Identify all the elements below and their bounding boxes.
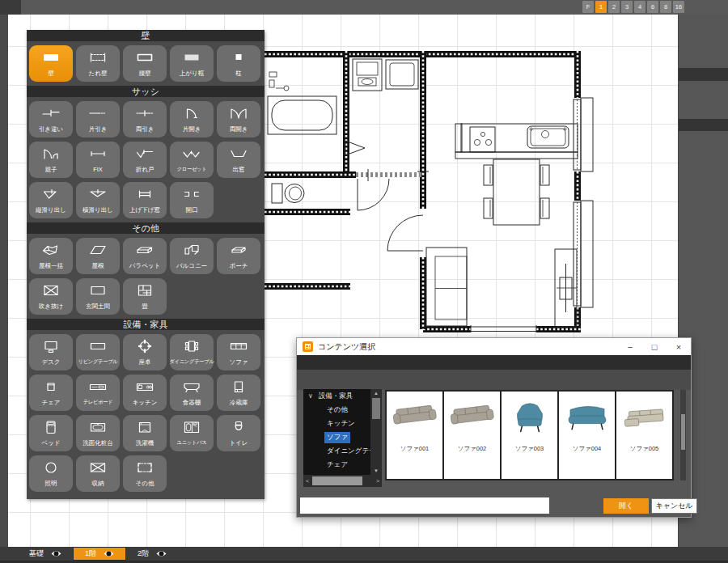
palette-button-roof-batch[interactable]: 屋根一括	[29, 238, 73, 274]
palette-button-vertical-casement[interactable]: 縦滑り出し	[29, 182, 73, 218]
content-select-dialog: コンテンツ選択 − □ × ∨設備・家具その他キッチンソファダイニングテーチェア…	[296, 337, 692, 518]
product-card-ソファ002[interactable]: ソファ002	[444, 392, 500, 479]
palette-button-entrance-step[interactable]: 上がり框	[170, 45, 214, 82]
palette-button-double-hung[interactable]: 上げ下げ窓	[123, 182, 167, 218]
palette-button-fix-window[interactable]: FIX	[76, 142, 120, 178]
palette-button-hanging-wall[interactable]: たれ壁	[76, 45, 120, 82]
palette-button-porch[interactable]: ポーチ	[217, 238, 260, 274]
tree-horizontal-scrollbar[interactable]: < >	[303, 475, 382, 487]
minimize-button[interactable]: −	[618, 338, 642, 355]
floor-tab-label: 2階	[138, 548, 149, 559]
product-card-ソファ004[interactable]: ソファ004	[559, 392, 615, 479]
palette-button-vanity[interactable]: 洗面化粧台	[76, 415, 120, 451]
scrollbar-thumb[interactable]	[312, 476, 362, 485]
palette-button-dining-table[interactable]: ダイニングテーブル	[170, 334, 214, 370]
palette-button-sliding-window[interactable]: 引き違い	[29, 101, 73, 138]
palette-button-bay-window[interactable]: 出窓	[217, 142, 260, 178]
tree-item-ソファ[interactable]: ソファ	[303, 430, 370, 444]
palette-button-closet-door[interactable]: クローゼット	[170, 142, 214, 178]
palette-button-wall[interactable]: 壁	[29, 45, 73, 82]
tree-item-その他[interactable]: その他	[303, 403, 370, 417]
scale-button-3[interactable]: 3	[621, 1, 633, 13]
floor-tab-2階[interactable]: 2階	[126, 547, 178, 561]
palette-button-entrance-floor[interactable]: 玄関土間	[76, 278, 120, 315]
palette-button-fridge[interactable]: 冷蔵庫	[217, 375, 260, 411]
palette-button-label: 柱	[235, 70, 242, 78]
palette-button-cupboard[interactable]: 食器棚	[170, 375, 214, 411]
palette-button-desk[interactable]: デスク	[29, 334, 73, 370]
product-card-ソファ005[interactable]: ソファ005	[616, 392, 672, 479]
palette-button-sofa[interactable]: ソファ	[217, 334, 260, 370]
scrollbar-thumb[interactable]	[681, 414, 685, 450]
list-vertical-scrollbar[interactable]	[680, 390, 686, 480]
scroll-down-icon[interactable]: ▼	[370, 467, 382, 475]
tree-vertical-scrollbar[interactable]: ▲ ▼	[370, 389, 382, 475]
palette-button-label: 屋根	[92, 262, 104, 270]
palette-button-tatami[interactable]: 畳	[123, 278, 167, 315]
visibility-eye-icon[interactable]	[156, 550, 167, 557]
palette-button-bed[interactable]: ベッド	[29, 415, 73, 451]
visibility-eye-icon[interactable]	[51, 550, 61, 557]
filter-input[interactable]	[300, 497, 549, 514]
palette-button-opening[interactable]: 開口	[170, 182, 214, 218]
single-swing-icon	[181, 101, 202, 125]
palette-button-toilet[interactable]: トイレ	[217, 415, 260, 451]
floor-tab-1階[interactable]: 1階	[73, 547, 126, 561]
scale-button-1[interactable]: 1	[595, 1, 607, 13]
palette-button-unit-bath[interactable]: ユニットバス	[170, 415, 214, 451]
floor-tab-基礎[interactable]: 基礎	[18, 547, 73, 561]
cancel-button[interactable]: キャンセル	[651, 498, 697, 514]
scale-button-16[interactable]: 16	[673, 1, 684, 13]
dialog-title-bar[interactable]: コンテンツ選択 − □ ×	[297, 338, 691, 355]
palette-button-light[interactable]: 照明	[29, 455, 73, 492]
palette-button-waist-wall[interactable]: 腰壁	[123, 45, 167, 82]
palette-button-double-slide[interactable]: 両引き	[123, 101, 167, 138]
scale-button-2[interactable]: 2	[608, 1, 620, 13]
scale-button-8[interactable]: 8	[660, 1, 671, 13]
palette-button-chair[interactable]: チェア	[29, 375, 73, 411]
tree-item-キッチン[interactable]: キッチン	[303, 417, 370, 430]
palette-button-horizontal-casement[interactable]: 横滑り出し	[76, 182, 120, 218]
open-button[interactable]: 開く	[603, 498, 649, 514]
scale-button-4[interactable]: 4	[634, 1, 645, 13]
tree-item-チェア[interactable]: チェア	[303, 458, 370, 472]
palette-button-parapet[interactable]: パラペット	[123, 238, 167, 274]
tree-item-label: ソファ	[324, 432, 350, 443]
scroll-right-icon[interactable]: >	[374, 475, 382, 487]
waist-wall-icon	[134, 45, 155, 69]
palette-button-pillar[interactable]: 柱	[217, 45, 260, 82]
palette-button-low-table[interactable]: 座卓	[123, 334, 167, 370]
visibility-eye-icon[interactable]	[104, 550, 114, 557]
palette-button-other[interactable]: その他	[123, 455, 167, 492]
palette-button-void[interactable]: 吹き抜け	[29, 278, 73, 315]
palette-button-tv-board[interactable]: テレビボード	[76, 375, 120, 411]
palette-button-living-table[interactable]: リビングテーブル	[76, 334, 120, 370]
maximize-button[interactable]: □	[642, 338, 667, 355]
tree-item-label: その他	[324, 404, 350, 416]
product-label: ソファ005	[630, 445, 659, 453]
scale-button-6[interactable]: 6	[647, 1, 658, 13]
palette-button-kitchen[interactable]: キッチン	[123, 375, 167, 411]
palette-button-folding-door[interactable]: 折れ戸	[123, 142, 167, 178]
palette-button-label: 壁	[48, 70, 54, 78]
product-card-ソファ003[interactable]: ソファ003	[502, 392, 557, 479]
palette-button-single-slide[interactable]: 片引き	[76, 101, 120, 138]
palette-button-storage[interactable]: 収納	[76, 455, 120, 492]
chevron-down-icon[interactable]: ∨	[308, 392, 313, 400]
palette-button-roof[interactable]: 屋根	[76, 238, 120, 274]
tree-root-設備・家具[interactable]: ∨設備・家具	[303, 389, 370, 403]
close-button[interactable]: ×	[667, 338, 691, 355]
sofa-icon	[228, 334, 249, 358]
palette-button-double-swing[interactable]: 両開き	[217, 101, 260, 138]
palette-button-label: 開口	[186, 206, 198, 214]
scroll-up-icon[interactable]: ▲	[370, 389, 382, 397]
palette-button-balcony[interactable]: バルコニー	[170, 238, 214, 274]
palette-button-parent-child-door[interactable]: 親子	[29, 142, 73, 178]
scale-button-F[interactable]: F	[582, 1, 594, 13]
product-card-ソファ001[interactable]: ソファ001	[387, 392, 442, 479]
scroll-left-icon[interactable]: <	[303, 475, 311, 487]
scrollbar-thumb[interactable]	[372, 398, 380, 419]
palette-button-washer[interactable]: 洗濯機	[123, 415, 167, 451]
palette-button-single-swing[interactable]: 片開き	[170, 101, 214, 138]
tree-item-ダイニングテー[interactable]: ダイニングテー	[303, 444, 370, 458]
